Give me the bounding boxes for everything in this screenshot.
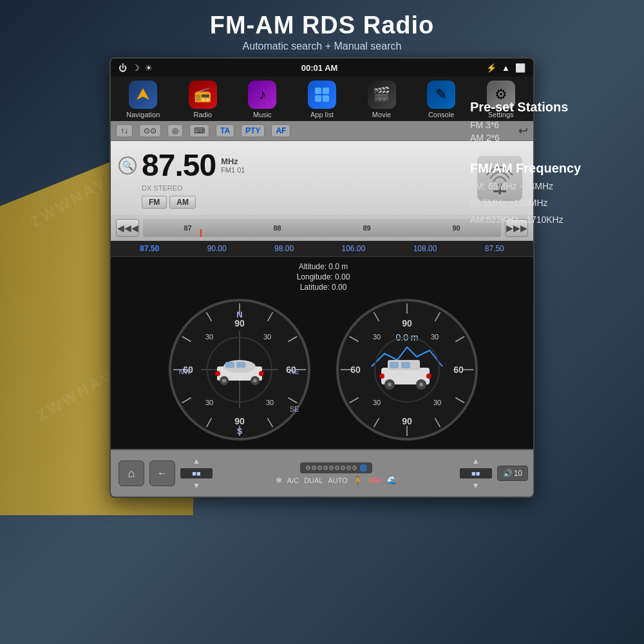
music-icon: ♪ [248,80,276,109]
ac-panel: ⌂ ← ▲ ■■ ▼ ⚙⚙⚙⚙⚙⚙⚙⚙⚙ 🌀 ❄ A/C DUAL AUTO 🧍 [111,449,535,497]
volume-value: 10 [514,469,522,478]
movie-icon: 🎬 [368,80,396,109]
preset-2[interactable]: 90.00 [207,244,227,253]
frequency-title: FM/AM Frequency [470,161,631,176]
back-nav-button[interactable]: ← [149,460,175,486]
moon-icon: ☽ [132,63,140,73]
sidebar-item-radio[interactable]: 📻 Radio [177,80,229,118]
tuner-marker [200,229,202,237]
temp-display-right: ■■ [460,468,492,478]
svg-point-39 [222,379,226,383]
sidebar-item-applist[interactable]: App list [296,80,348,118]
am-button[interactable]: AM [169,196,196,209]
ac-snowflake: ❄ [276,476,282,485]
fm-button[interactable]: FM [142,196,167,209]
svg-text:90: 90 [234,318,245,328]
preset-3[interactable]: 98.00 [274,244,294,253]
svg-point-76 [426,374,431,379]
temp-up-right[interactable]: ▲ [468,455,484,467]
gauge-1-svg: 90 60 60 90 30 30 30 30 N NW NE S SE [166,296,314,444]
tune-back-button[interactable]: ◀◀◀ [116,219,139,237]
svg-text:90: 90 [402,318,412,328]
mode-button[interactable]: ◎ [167,124,183,137]
temp-display-left: ■■ [180,468,213,478]
sidebar-item-music[interactable]: ♪ Music [236,80,288,118]
preset-4[interactable]: 106.00 [342,244,366,253]
svg-text:30: 30 [205,399,213,406]
eq-button[interactable]: ↑↓ [116,124,133,137]
svg-marker-0 [137,88,149,100]
status-right-icons: ⚡ ▲ ⬜ [486,63,526,73]
svg-text:30: 30 [205,333,213,341]
preset-am: AM 2*6 [470,133,631,143]
dual-label: DUAL [304,477,323,484]
auto-label: AUTO [328,477,347,484]
volume-button[interactable]: 🔊 10 [497,466,528,481]
wifi-icon: ▲ [502,63,510,73]
sidebar-item-movie[interactable]: 🎬 Movie [356,80,408,118]
temp-down-left[interactable]: ▼ [189,480,204,491]
keyboard-button[interactable]: ⌨ [189,124,209,137]
water-icon: 🌊 [387,476,397,485]
power-icon: ⏻ [118,63,127,73]
svg-text:NE: NE [289,368,299,375]
svg-text:S: S [237,426,243,436]
pty-button[interactable]: PTY [241,124,265,137]
page-title: FM-AM RDS Radio [210,12,435,39]
svg-point-42 [215,371,220,376]
temp-down-right[interactable]: ▼ [468,480,484,491]
gps-info: Altitude: 0.0 m Longitude: 0.00 Latitude… [297,262,350,292]
vent-control: ⚙⚙⚙⚙⚙⚙⚙⚙⚙ 🌀 [300,462,372,473]
svg-text:N: N [236,310,242,319]
music-label: Music [253,111,272,118]
right-info-panel: Pre-set Stations FM 3*6 AM 2*6 FM/AM Fre… [470,100,631,243]
preset-stations-section: Pre-set Stations FM 3*6 AM 2*6 [470,100,631,143]
dx-stereo-label: DX STEREO [142,184,466,192]
screen-icon: ⬜ [515,63,526,73]
svg-text:30: 30 [373,399,381,406]
main-content: FM-AM RDS Radio Automatic search + Manua… [0,0,644,644]
tuner-num-90: 90 [452,224,460,232]
frequency-value: 87.50 [142,147,216,183]
scan-button[interactable]: ⊙⊙ [139,124,161,137]
temp-up-left[interactable]: ▲ [189,455,204,467]
tuner-scale: 87 88 89 90 [143,219,501,237]
tuner-track: 87 88 89 90 [143,219,501,237]
preset-1[interactable]: 87.50 [140,244,159,253]
frequency-section: FM/AM Frequency FM: 65MHz - 74MHz 87.5MH… [470,161,631,225]
svg-text:90: 90 [234,416,245,426]
applist-label: App list [310,111,334,118]
left-temp-control: ▲ ■■ ▼ [180,455,213,491]
search-icon[interactable]: 🔍 [118,156,137,175]
ta-button[interactable]: TA [216,124,234,137]
brightness-icon: ☀ [145,63,153,73]
gps-section: Altitude: 0.0 m Longitude: 0.00 Latitude… [111,256,535,449]
svg-text:60: 60 [350,365,361,375]
header: FM-AM RDS Radio Automatic search + Manua… [210,12,435,52]
freq-am: AM:522KHz - 1710KHz [470,214,631,225]
frequency-display: 🔍 87.50 MHz FM1 01 [118,147,466,183]
svg-rect-3 [315,95,321,102]
preset-5[interactable]: 108.00 [413,244,437,253]
svg-text:30: 30 [263,333,271,341]
latitude-label: Latitude: 0.00 [300,283,347,292]
preset-6[interactable]: 87.50 [485,244,504,253]
svg-text:NW: NW [179,368,191,375]
status-left-icons: ⏻ ☽ ☀ [118,63,153,73]
off-label: OFF [368,477,382,484]
sidebar-item-navigation[interactable]: Navigation [117,80,169,118]
page-subtitle: Automatic search + Manual search [210,41,435,52]
svg-point-74 [419,383,423,386]
home-button[interactable]: ⌂ [118,460,144,486]
console-label: Console [428,111,454,118]
svg-rect-69 [390,362,399,368]
gauge-2: 90 60 60 90 30 30 30 30 0.0 m [333,296,481,444]
fm-am-selector: FM AM [142,196,466,209]
radio-icon: 📻 [189,80,217,109]
svg-rect-37 [236,362,245,368]
sidebar-item-console[interactable]: ✎ Console [415,80,467,118]
gauges-row: 90 60 60 90 30 30 30 30 N NW NE S SE [166,296,481,444]
svg-rect-1 [315,88,321,94]
af-button[interactable]: AF [271,124,290,137]
preset-fm: FM 3*6 [470,120,631,130]
